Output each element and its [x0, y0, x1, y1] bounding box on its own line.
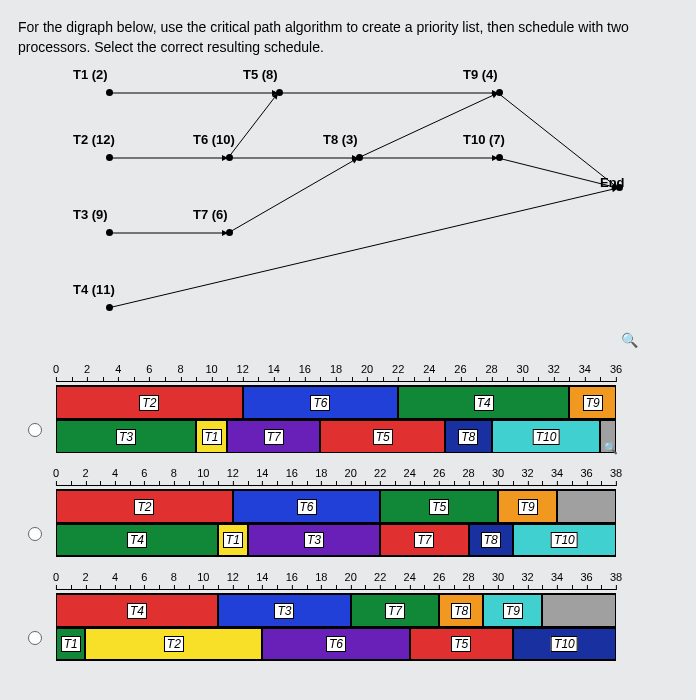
processor-row-1: T3T1T7T5T8T10 — [56, 419, 616, 453]
tick-label: 10 — [205, 363, 217, 375]
task-bar-t5: T5 — [320, 420, 444, 453]
task-bar-t3: T3 — [248, 524, 381, 556]
tick-label: 20 — [345, 571, 357, 583]
radio-option-1[interactable] — [28, 527, 42, 541]
tick-label: 28 — [485, 363, 497, 375]
tick-label: 4 — [112, 467, 118, 479]
task-label: T9 — [503, 603, 523, 619]
task-label: T3 — [116, 429, 136, 445]
tick-label: 24 — [404, 467, 416, 479]
task-label: T8 — [458, 429, 478, 445]
svg-line-22 — [108, 190, 612, 309]
task-bar-idle — [557, 490, 616, 523]
task-bar-t1: T1 — [56, 628, 85, 660]
tick-label: 38 — [610, 467, 622, 479]
tick-label: 20 — [345, 467, 357, 479]
digraph-figure: 🔍 T1 (2)T2 (12)T3 (9)T4 (11)T5 (8)T6 (10… — [48, 73, 678, 353]
tick-label: 38 — [610, 571, 622, 583]
svg-line-14 — [358, 96, 493, 158]
task-label: T5 — [373, 429, 393, 445]
tick-label: 10 — [197, 571, 209, 583]
task-bar-t6: T6 — [262, 628, 409, 660]
task-label: T5 — [429, 499, 449, 515]
task-label: T6 — [296, 499, 316, 515]
tick-label: 6 — [146, 363, 152, 375]
task-bar-t4: T4 — [398, 386, 569, 419]
gantt-chart-0: 024681012141618202224262830323436T2T6T4T… — [56, 363, 678, 453]
task-label: T5 — [451, 636, 471, 652]
task-bar-t10: T10 — [513, 628, 616, 660]
tick-label: 14 — [256, 467, 268, 479]
tick-label: 16 — [286, 571, 298, 583]
radio-option-0[interactable] — [28, 423, 42, 437]
tick-label: 6 — [141, 571, 147, 583]
task-bar-t6: T6 — [243, 386, 399, 419]
question-text: For the digraph below, use the critical … — [18, 18, 678, 57]
tick-label: 32 — [548, 363, 560, 375]
tick-label: 26 — [433, 467, 445, 479]
task-label: T1 — [223, 532, 243, 548]
task-bar-t1: T1 — [218, 524, 247, 556]
tick-label: 22 — [392, 363, 404, 375]
tick-label: 26 — [433, 571, 445, 583]
digraph-edges — [48, 73, 678, 353]
task-bar-t4: T4 — [56, 594, 218, 627]
task-label: T2 — [134, 499, 154, 515]
answer-option-1: 02468101214161820222426283032343638T2T6T… — [18, 467, 678, 557]
tick-label: 8 — [171, 467, 177, 479]
task-label: T2 — [139, 395, 159, 411]
task-bar-t9: T9 — [569, 386, 616, 419]
tick-label: 34 — [551, 571, 563, 583]
task-bar-t10: T10 — [492, 420, 601, 453]
tick-label: 2 — [82, 571, 88, 583]
task-bar-idle — [542, 594, 616, 627]
task-bar-t3: T3 — [56, 420, 196, 453]
task-label: T4 — [127, 532, 147, 548]
tick-label: 18 — [315, 571, 327, 583]
task-bar-t2: T2 — [85, 628, 262, 660]
task-bar-t3: T3 — [218, 594, 351, 627]
task-label: T7 — [385, 603, 405, 619]
processor-row-0: T2T6T4T9 — [56, 385, 616, 419]
task-bar-t8: T8 — [439, 594, 483, 627]
task-label: T9 — [583, 395, 603, 411]
tick-label: 22 — [374, 571, 386, 583]
answer-options: 024681012141618202224262830323436T2T6T4T… — [18, 363, 678, 661]
tick-label: 36 — [610, 363, 622, 375]
task-bar-t2: T2 — [56, 386, 243, 419]
tick-label: 28 — [463, 467, 475, 479]
task-bar-t2: T2 — [56, 490, 233, 523]
tick-label: 18 — [330, 363, 342, 375]
magnify-icon: 🔍 — [603, 441, 618, 455]
tick-label: 16 — [286, 467, 298, 479]
task-label: T10 — [551, 532, 578, 548]
tick-label: 10 — [197, 467, 209, 479]
task-bar-t5: T5 — [410, 628, 513, 660]
svg-line-4 — [498, 93, 613, 184]
processor-row-1: T1T2T6T5T10 — [56, 627, 616, 661]
tick-label: 30 — [492, 467, 504, 479]
tick-label: 32 — [521, 467, 533, 479]
task-label: T7 — [414, 532, 434, 548]
task-label: T1 — [61, 636, 81, 652]
processor-row-1: T4T1T3T7T8T10 — [56, 523, 616, 557]
task-label: T10 — [533, 429, 560, 445]
tick-label: 32 — [521, 571, 533, 583]
task-label: T4 — [474, 395, 494, 411]
svg-line-16 — [498, 158, 612, 187]
tick-label: 24 — [423, 363, 435, 375]
task-label: T2 — [164, 636, 184, 652]
tick-label: 6 — [141, 467, 147, 479]
gantt-chart-2: 02468101214161820222426283032343638T4T3T… — [56, 571, 678, 661]
tick-label: 36 — [580, 571, 592, 583]
task-label: T1 — [202, 429, 222, 445]
processor-row-0: T2T6T5T9 — [56, 489, 616, 523]
tick-label: 30 — [517, 363, 529, 375]
tick-label: 8 — [177, 363, 183, 375]
task-label: T8 — [481, 532, 501, 548]
task-label: T3 — [274, 603, 294, 619]
radio-option-2[interactable] — [28, 631, 42, 645]
task-label: T4 — [127, 603, 147, 619]
task-label: T8 — [451, 603, 471, 619]
task-bar-t10: T10 — [513, 524, 616, 556]
